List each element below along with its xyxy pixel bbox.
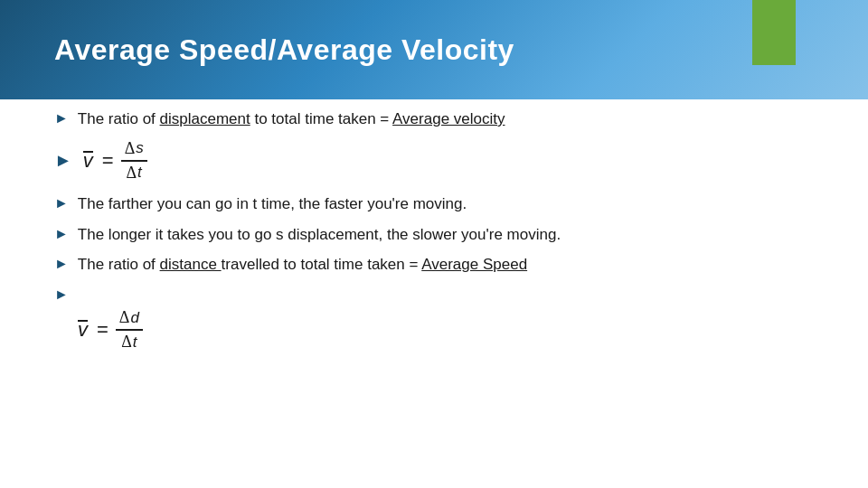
var-d: d: [130, 309, 138, 327]
delta-t-den-2: Δ: [121, 333, 132, 352]
var-t-1: t: [137, 164, 142, 182]
fraction-denominator-2: Δt: [118, 331, 140, 352]
slide-content: ► The ratio of displacement to total tim…: [54, 108, 832, 470]
slide-title: Average Speed/Average Velocity: [54, 33, 514, 67]
delta-d-num: Δ: [119, 308, 130, 327]
fraction-numerator-2: Δd: [116, 308, 143, 331]
bullet-text-5: The ratio of distance travelled to total…: [78, 254, 527, 276]
accent-rectangle: [752, 0, 796, 65]
equals-2: =: [97, 318, 108, 342]
var-s: s: [136, 139, 144, 157]
slide: Average Speed/Average Velocity ► The rat…: [0, 0, 868, 488]
slide-header: Average Speed/Average Velocity: [0, 0, 868, 99]
delta-s-num: Δ: [125, 139, 136, 158]
v-bar-symbol-1: v: [83, 149, 93, 173]
formula-row-2: v = Δd Δt: [78, 308, 832, 352]
fraction-1: Δs Δt: [121, 139, 147, 183]
bullet-text-3: The farther you can go in t time, the fa…: [78, 193, 467, 215]
bullet-arrow-1: ►: [54, 110, 69, 127]
fraction-2: Δd Δt: [116, 308, 143, 352]
bullet-arrow-6: ►: [54, 286, 69, 303]
bullet-arrow-3: ►: [54, 195, 69, 211]
underline-avg-speed: Average Speed: [421, 256, 527, 273]
formula-velocity: v = Δs Δt: [83, 139, 147, 183]
formula-speed: v = Δd Δt: [78, 308, 143, 352]
fraction-numerator-1: Δs: [121, 139, 147, 162]
equals-1: =: [102, 149, 114, 173]
v-bar-symbol-2: v: [78, 318, 88, 342]
bullet-arrow-5: ►: [54, 256, 69, 272]
underline-avg-velocity: Average velocity: [392, 110, 505, 127]
formula-row-1: ► v = Δs Δt: [54, 139, 832, 183]
underline-distance: distance: [160, 256, 222, 273]
delta-t-den-1: Δ: [127, 164, 137, 183]
underline-displacement: displacement: [160, 110, 250, 127]
bullet-text-1: The ratio of displacement to total time …: [78, 108, 505, 130]
var-t-2: t: [133, 333, 137, 352]
bullet-text-4: The longer it takes you to go s displace…: [78, 224, 561, 246]
bullet-arrow-4: ►: [54, 226, 69, 242]
fraction-denominator-1: Δt: [123, 162, 146, 183]
formula-arrow-large-1: ►: [54, 150, 72, 171]
